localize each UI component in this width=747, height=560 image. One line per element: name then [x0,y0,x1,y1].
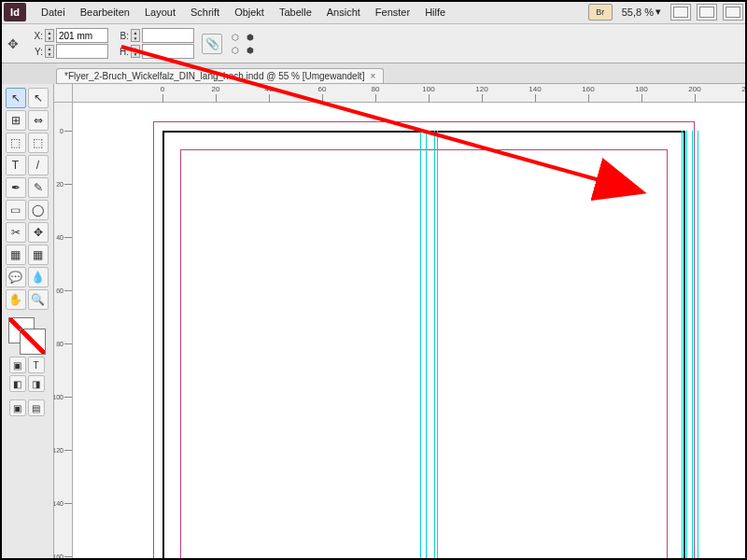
screenshot-frame [0,0,747,560]
